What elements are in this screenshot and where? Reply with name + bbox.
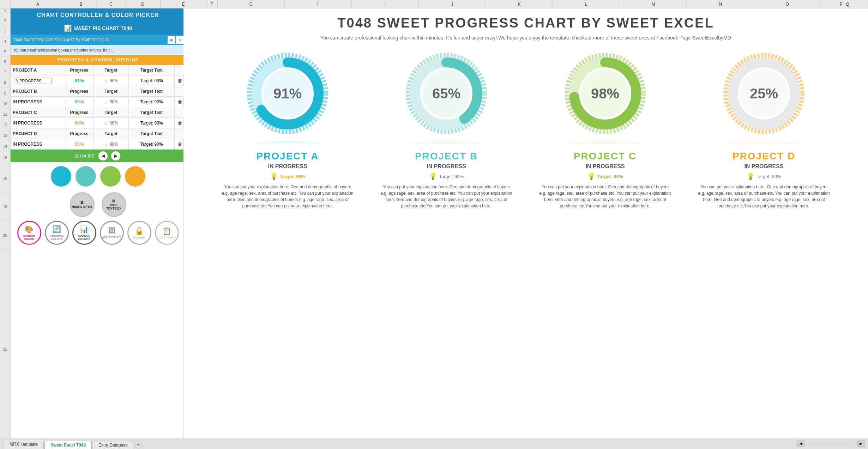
project-d-chart-status: IN PROGRESS bbox=[744, 163, 783, 170]
project-a-progress-cell: 91% bbox=[65, 75, 94, 86]
project-b-target-info-text: Target: 90% bbox=[439, 174, 463, 179]
project-c-name-label: PROJECT C bbox=[11, 107, 65, 117]
tab-add-button[interactable]: + bbox=[134, 441, 142, 448]
link-row: T048 SWEET PROGRESS CHART BY SWEET EXCEL… bbox=[11, 35, 185, 45]
reflection-c bbox=[570, 141, 640, 145]
row-num-11: 11 bbox=[0, 109, 11, 120]
color-circle-a[interactable] bbox=[51, 166, 71, 187]
project-b-target-text-label: Target Text bbox=[129, 86, 175, 96]
donut-label-c: 98% bbox=[591, 86, 619, 102]
bulb-icon-d: ☼ bbox=[104, 141, 108, 147]
color-circle-b[interactable] bbox=[76, 166, 96, 187]
original-colors-button[interactable]: 🔄 ORIGINAL COLORS bbox=[45, 221, 69, 245]
row-numbers: 1 2 3 4 5 6 7 8 9 10 11 12 13 14 15 16 bbox=[0, 8, 11, 449]
project-a-target-info-text: Target: 90% bbox=[280, 174, 306, 179]
project-b-target-val: 90% bbox=[110, 99, 118, 104]
hide-status-button[interactable]: ▦ HIDE STATUS bbox=[70, 192, 95, 217]
col-header-e: E bbox=[161, 0, 206, 8]
chart-prev-button[interactable]: ◀ bbox=[98, 151, 108, 160]
donut-label-a: 91% bbox=[273, 86, 302, 102]
col-header-g: G bbox=[218, 0, 285, 8]
progress-control-header: PROGRESS & CONTROL BUTTONS bbox=[11, 55, 185, 65]
left-content: CHART CONTROLLER & COLOR PICKER 📊 SWEET … bbox=[11, 8, 185, 449]
main-area: 1 2 3 4 5 6 7 8 9 10 11 12 13 14 15 16 bbox=[0, 8, 868, 449]
header-row2: 📊 SWEET PIE CHART T048 bbox=[11, 22, 185, 35]
row-num-15: 15 bbox=[0, 151, 11, 164]
chart-item-d: 25% PROJECT D IN PROGRESS 💡 Target: 90% … bbox=[690, 51, 838, 209]
project-a-status-cell[interactable] bbox=[11, 75, 65, 86]
link-icon-btn1[interactable]: ⊞ bbox=[168, 36, 175, 44]
color-circle-d[interactable] bbox=[125, 166, 145, 187]
copy-chart-icon: 📋 bbox=[162, 227, 171, 235]
project-b-name-label: PROJECT B bbox=[11, 86, 65, 96]
project-b-delete-icon[interactable]: 🗑 bbox=[177, 99, 182, 105]
project-a-target-cell: ☼ 90% bbox=[94, 75, 129, 86]
project-c-delete-icon[interactable]: 🗑 bbox=[177, 120, 182, 126]
project-b-progress-label: Progress bbox=[65, 86, 94, 96]
project-b-chart-name: PROJECT B bbox=[415, 151, 478, 162]
project-d-delete-icon[interactable]: 🗑 bbox=[177, 141, 182, 147]
tab-sweet-excel[interactable]: Sweet Excel T048 bbox=[44, 441, 92, 449]
desc-text: You can create professional looking char… bbox=[11, 48, 114, 52]
col-header-l: L bbox=[553, 0, 620, 8]
random-color-button[interactable]: 🎨 RANDOM COLOR bbox=[17, 221, 41, 245]
project-d-target-cell: ☼ 90% bbox=[94, 139, 129, 149]
col-header-j: J bbox=[419, 0, 486, 8]
hide-textbox-button[interactable]: ▤ HIDE TEXTBOX bbox=[102, 192, 126, 217]
link-icons[interactable]: ⊞ ⊞ bbox=[168, 36, 185, 44]
project-d-target-text-cell: Target: 90% bbox=[129, 139, 175, 149]
project-a-status-input[interactable] bbox=[13, 78, 52, 84]
change-colors-icon: 📊 bbox=[80, 225, 89, 233]
project-c-data-row: IN PROGRESS 98% ☼ 90% Target: 90% 🗑 bbox=[11, 118, 185, 128]
project-c-progress-cell: 98% bbox=[65, 118, 94, 128]
chart-item-a: 91% PROJECT A IN PROGRESS 💡 Target: 90% … bbox=[213, 51, 362, 209]
project-a-target-info: 💡 Target: 90% bbox=[270, 172, 306, 180]
row-num-4: 4 bbox=[0, 36, 11, 47]
link-text: T048 SWEET PROGRESS CHART BY SWEET EXCEL bbox=[11, 38, 168, 42]
project-a-delete-icon[interactable]: 🗑 bbox=[177, 78, 182, 84]
project-b-explanation: You can put your explanation here. Geo a… bbox=[379, 184, 513, 209]
unlock-button[interactable]: 🔓 UNLOCK bbox=[127, 221, 151, 245]
row-num-9: 9 bbox=[0, 88, 11, 98]
project-c-target-cell: ☼ 90% bbox=[94, 118, 129, 128]
scroll-track[interactable] bbox=[806, 442, 856, 445]
project-a-chart-status: IN PROGRESS bbox=[268, 163, 307, 170]
reflection-a bbox=[252, 141, 323, 145]
project-d-header-row: PROJECT D Progress Target Target Text bbox=[11, 128, 185, 139]
add-picture-icon: 🖼 bbox=[108, 227, 115, 235]
tab-vidicho[interactable]: วิธีใช้ Template bbox=[4, 439, 44, 449]
project-c-progress-label: Progress bbox=[65, 107, 94, 117]
link-icon-btn2[interactable]: ⊞ bbox=[176, 36, 184, 44]
project-d-target-text-label: Target Text bbox=[129, 128, 175, 139]
tabs-bar: วิธีใช้ Template Sweet Excel T048 Extra … bbox=[0, 438, 868, 449]
col-header-a: A bbox=[11, 0, 65, 8]
hide-status-icon: ▦ bbox=[80, 201, 84, 204]
copy-chart-button[interactable]: 📋 COPY CHART bbox=[155, 221, 179, 245]
project-a-target-val: 90% bbox=[110, 78, 118, 83]
donut-container-b: 65% bbox=[404, 51, 489, 136]
reflection-d bbox=[729, 141, 799, 145]
change-colors-button[interactable]: 📊 CHANGE COLORS bbox=[72, 221, 96, 245]
scroll-left-arrow[interactable]: ◀ bbox=[797, 440, 804, 447]
spreadsheet-container: A B C D E F G H I J K L M N O P Q 1 2 3 … bbox=[0, 0, 868, 449]
project-a-progress-label: Progress bbox=[65, 65, 94, 75]
chart-nav-row: CHART ◀ ▶ bbox=[11, 150, 185, 162]
tab-extra-database[interactable]: Extra Database bbox=[92, 441, 134, 449]
desc-row: You can create professional looking char… bbox=[11, 45, 185, 55]
project-c-status-cell: IN PROGRESS bbox=[11, 118, 65, 128]
project-b-chart-status: IN PROGRESS bbox=[427, 163, 466, 170]
scroll-right-arrow[interactable]: ▶ bbox=[857, 440, 864, 447]
row-num-5: 5 bbox=[0, 47, 11, 57]
bulb-icon-chart-b: 💡 bbox=[429, 172, 437, 180]
project-a-target-label: Target bbox=[94, 65, 129, 75]
row-num-14: 14 bbox=[0, 141, 11, 151]
chart-next-button[interactable]: ▶ bbox=[111, 151, 120, 160]
add-picture-button[interactable]: 🖼 ADD PICTURE bbox=[100, 221, 124, 245]
color-circle-c[interactable] bbox=[100, 166, 121, 187]
col-header-k: K bbox=[486, 0, 553, 8]
row-num-1: 1 bbox=[0, 8, 11, 13]
col-header-b: B bbox=[65, 0, 97, 8]
col-header-c: C bbox=[97, 0, 125, 8]
project-c-target-text-label: Target Text bbox=[129, 107, 175, 117]
row-num-16-17: 16 bbox=[0, 164, 11, 192]
